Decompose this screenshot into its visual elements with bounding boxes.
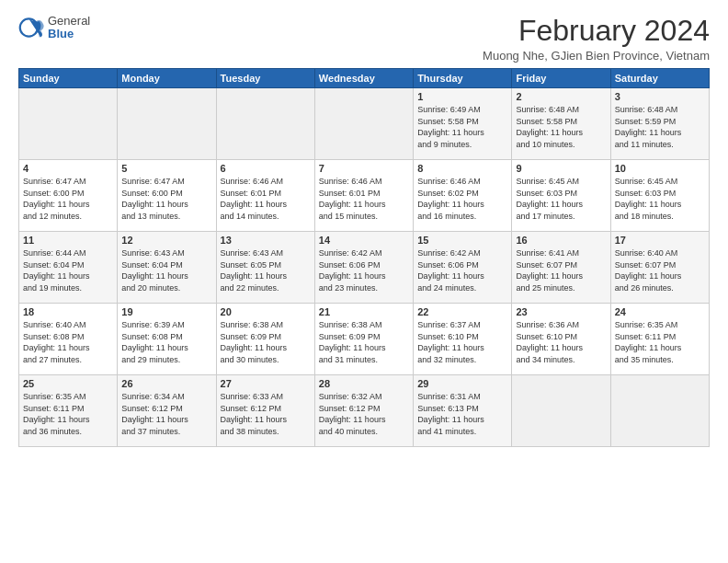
day-number: 20 bbox=[221, 306, 311, 317]
calendar-header: SundayMondayTuesdayWednesdayThursdayFrid… bbox=[19, 69, 710, 88]
day-info: Sunrise: 6:47 AMSunset: 6:00 PMDaylight:… bbox=[121, 176, 211, 222]
calendar-cell: 25Sunrise: 6:35 AMSunset: 6:11 PMDayligh… bbox=[19, 375, 118, 447]
day-info: Sunrise: 6:46 AMSunset: 6:01 PMDaylight:… bbox=[221, 176, 311, 222]
calendar-cell bbox=[19, 88, 118, 160]
day-number: 9 bbox=[516, 163, 606, 174]
day-info: Sunrise: 6:34 AMSunset: 6:12 PMDaylight:… bbox=[121, 391, 211, 437]
day-info: Sunrise: 6:42 AMSunset: 6:06 PMDaylight:… bbox=[417, 247, 507, 293]
day-number: 14 bbox=[319, 235, 409, 246]
day-info: Sunrise: 6:42 AMSunset: 6:06 PMDaylight:… bbox=[319, 247, 409, 293]
day-info: Sunrise: 6:40 AMSunset: 6:08 PMDaylight:… bbox=[23, 319, 113, 365]
day-info: Sunrise: 6:46 AMSunset: 6:01 PMDaylight:… bbox=[319, 176, 409, 222]
calendar-cell: 22Sunrise: 6:37 AMSunset: 6:10 PMDayligh… bbox=[414, 304, 512, 375]
day-info: Sunrise: 6:46 AMSunset: 6:02 PMDaylight:… bbox=[417, 176, 507, 222]
page: General Blue February 2024 Muong Nhe, GJ… bbox=[0, 0, 728, 563]
day-header-sunday: Sunday bbox=[19, 69, 118, 88]
calendar-cell: 8Sunrise: 6:46 AMSunset: 6:02 PMDaylight… bbox=[414, 160, 512, 232]
day-number: 18 bbox=[23, 306, 113, 317]
calendar-cell bbox=[512, 375, 610, 447]
calendar-cell: 7Sunrise: 6:46 AMSunset: 6:01 PMDaylight… bbox=[314, 160, 413, 232]
day-number: 3 bbox=[615, 91, 705, 102]
day-info: Sunrise: 6:48 AMSunset: 5:58 PMDaylight:… bbox=[516, 104, 606, 150]
day-info: Sunrise: 6:44 AMSunset: 6:04 PMDaylight:… bbox=[23, 247, 113, 293]
calendar-body: 1Sunrise: 6:49 AMSunset: 5:58 PMDaylight… bbox=[19, 88, 710, 447]
calendar-cell bbox=[610, 375, 709, 447]
day-header-monday: Monday bbox=[118, 69, 216, 88]
calendar-cell: 6Sunrise: 6:46 AMSunset: 6:01 PMDaylight… bbox=[216, 160, 314, 232]
calendar-cell: 12Sunrise: 6:43 AMSunset: 6:04 PMDayligh… bbox=[118, 232, 216, 304]
day-info: Sunrise: 6:35 AMSunset: 6:11 PMDaylight:… bbox=[615, 319, 705, 365]
day-info: Sunrise: 6:32 AMSunset: 6:12 PMDaylight:… bbox=[319, 391, 409, 437]
day-number: 23 bbox=[516, 306, 606, 317]
day-number: 4 bbox=[23, 163, 113, 174]
day-number: 5 bbox=[121, 163, 211, 174]
week-row-5: 25Sunrise: 6:35 AMSunset: 6:11 PMDayligh… bbox=[19, 375, 710, 447]
calendar-cell: 23Sunrise: 6:36 AMSunset: 6:10 PMDayligh… bbox=[512, 304, 610, 375]
week-row-2: 4Sunrise: 6:47 AMSunset: 6:00 PMDaylight… bbox=[19, 160, 710, 232]
calendar-cell: 5Sunrise: 6:47 AMSunset: 6:00 PMDaylight… bbox=[118, 160, 216, 232]
day-info: Sunrise: 6:45 AMSunset: 6:03 PMDaylight:… bbox=[516, 176, 606, 222]
calendar-cell: 14Sunrise: 6:42 AMSunset: 6:06 PMDayligh… bbox=[314, 232, 413, 304]
calendar-cell: 18Sunrise: 6:40 AMSunset: 6:08 PMDayligh… bbox=[19, 304, 118, 375]
calendar-cell: 13Sunrise: 6:43 AMSunset: 6:05 PMDayligh… bbox=[216, 232, 314, 304]
calendar-cell: 26Sunrise: 6:34 AMSunset: 6:12 PMDayligh… bbox=[118, 375, 216, 447]
calendar-cell: 28Sunrise: 6:32 AMSunset: 6:12 PMDayligh… bbox=[314, 375, 413, 447]
calendar-cell: 16Sunrise: 6:41 AMSunset: 6:07 PMDayligh… bbox=[512, 232, 610, 304]
day-number: 8 bbox=[417, 163, 507, 174]
day-number: 12 bbox=[121, 235, 211, 246]
header-row: SundayMondayTuesdayWednesdayThursdayFrid… bbox=[19, 69, 710, 88]
title-section: February 2024 Muong Nhe, GJien Bien Prov… bbox=[483, 15, 710, 63]
day-number: 26 bbox=[121, 378, 211, 389]
day-header-tuesday: Tuesday bbox=[216, 69, 314, 88]
day-number: 27 bbox=[221, 378, 311, 389]
day-number: 24 bbox=[615, 306, 705, 317]
calendar-cell: 19Sunrise: 6:39 AMSunset: 6:08 PMDayligh… bbox=[118, 304, 216, 375]
header: General Blue February 2024 Muong Nhe, GJ… bbox=[18, 15, 710, 63]
day-info: Sunrise: 6:31 AMSunset: 6:13 PMDaylight:… bbox=[417, 391, 507, 437]
day-info: Sunrise: 6:47 AMSunset: 6:00 PMDaylight:… bbox=[23, 176, 113, 222]
day-header-friday: Friday bbox=[512, 69, 610, 88]
day-header-saturday: Saturday bbox=[610, 69, 709, 88]
logo: General Blue bbox=[18, 15, 90, 41]
day-number: 22 bbox=[417, 306, 507, 317]
day-number: 13 bbox=[221, 235, 311, 246]
day-info: Sunrise: 6:36 AMSunset: 6:10 PMDaylight:… bbox=[516, 319, 606, 365]
logo-blue-text: Blue bbox=[48, 28, 90, 40]
week-row-1: 1Sunrise: 6:49 AMSunset: 5:58 PMDaylight… bbox=[19, 88, 710, 160]
day-number: 28 bbox=[319, 378, 409, 389]
day-info: Sunrise: 6:48 AMSunset: 5:59 PMDaylight:… bbox=[615, 104, 705, 150]
day-header-thursday: Thursday bbox=[414, 69, 512, 88]
day-info: Sunrise: 6:33 AMSunset: 6:12 PMDaylight:… bbox=[221, 391, 311, 437]
day-number: 21 bbox=[319, 306, 409, 317]
day-info: Sunrise: 6:38 AMSunset: 6:09 PMDaylight:… bbox=[221, 319, 311, 365]
calendar-cell: 24Sunrise: 6:35 AMSunset: 6:11 PMDayligh… bbox=[610, 304, 709, 375]
day-info: Sunrise: 6:43 AMSunset: 6:04 PMDaylight:… bbox=[121, 247, 211, 293]
day-number: 15 bbox=[417, 235, 507, 246]
calendar-cell: 27Sunrise: 6:33 AMSunset: 6:12 PMDayligh… bbox=[216, 375, 314, 447]
day-info: Sunrise: 6:45 AMSunset: 6:03 PMDaylight:… bbox=[615, 176, 705, 222]
logo-icon bbox=[18, 15, 44, 40]
calendar-cell bbox=[118, 88, 216, 160]
calendar-cell bbox=[314, 88, 413, 160]
week-row-4: 18Sunrise: 6:40 AMSunset: 6:08 PMDayligh… bbox=[19, 304, 710, 375]
week-row-3: 11Sunrise: 6:44 AMSunset: 6:04 PMDayligh… bbox=[19, 232, 710, 304]
day-info: Sunrise: 6:38 AMSunset: 6:09 PMDaylight:… bbox=[319, 319, 409, 365]
calendar-cell: 11Sunrise: 6:44 AMSunset: 6:04 PMDayligh… bbox=[19, 232, 118, 304]
day-number: 1 bbox=[417, 91, 507, 102]
day-info: Sunrise: 6:43 AMSunset: 6:05 PMDaylight:… bbox=[221, 247, 311, 293]
location: Muong Nhe, GJien Bien Province, Vietnam bbox=[483, 49, 710, 63]
calendar-cell: 15Sunrise: 6:42 AMSunset: 6:06 PMDayligh… bbox=[414, 232, 512, 304]
day-number: 10 bbox=[615, 163, 705, 174]
day-number: 2 bbox=[516, 91, 606, 102]
day-header-wednesday: Wednesday bbox=[314, 69, 413, 88]
day-number: 25 bbox=[23, 378, 113, 389]
day-info: Sunrise: 6:40 AMSunset: 6:07 PMDaylight:… bbox=[615, 247, 705, 293]
day-number: 11 bbox=[23, 235, 113, 246]
calendar-cell: 29Sunrise: 6:31 AMSunset: 6:13 PMDayligh… bbox=[414, 375, 512, 447]
calendar-cell: 4Sunrise: 6:47 AMSunset: 6:00 PMDaylight… bbox=[19, 160, 118, 232]
calendar-cell: 2Sunrise: 6:48 AMSunset: 5:58 PMDaylight… bbox=[512, 88, 610, 160]
calendar-cell: 9Sunrise: 6:45 AMSunset: 6:03 PMDaylight… bbox=[512, 160, 610, 232]
day-info: Sunrise: 6:37 AMSunset: 6:10 PMDaylight:… bbox=[417, 319, 507, 365]
day-number: 17 bbox=[615, 235, 705, 246]
calendar-cell: 17Sunrise: 6:40 AMSunset: 6:07 PMDayligh… bbox=[610, 232, 709, 304]
